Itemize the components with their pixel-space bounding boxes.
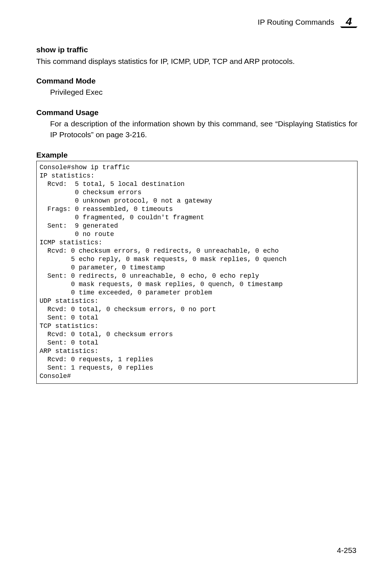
command-usage-heading: Command Usage	[36, 108, 358, 117]
chapter-number-icon: 4	[340, 16, 358, 28]
example-heading: Example	[36, 151, 358, 159]
page-header: IP Routing Commands 4	[36, 16, 358, 28]
command-mode-value: Privileged Exec	[50, 87, 358, 98]
example-console-output: Console#show ip traffic IP statistics: R…	[36, 161, 358, 384]
command-name: show ip traffic	[36, 45, 358, 54]
command-mode-heading: Command Mode	[36, 77, 358, 85]
page-number: 4-253	[337, 546, 356, 555]
header-category: IP Routing Commands	[258, 18, 334, 27]
command-description: This command displays statistics for IP,…	[36, 56, 358, 66]
command-usage-value: For a description of the information sho…	[50, 118, 358, 141]
chapter-number-text: 4	[346, 16, 352, 27]
